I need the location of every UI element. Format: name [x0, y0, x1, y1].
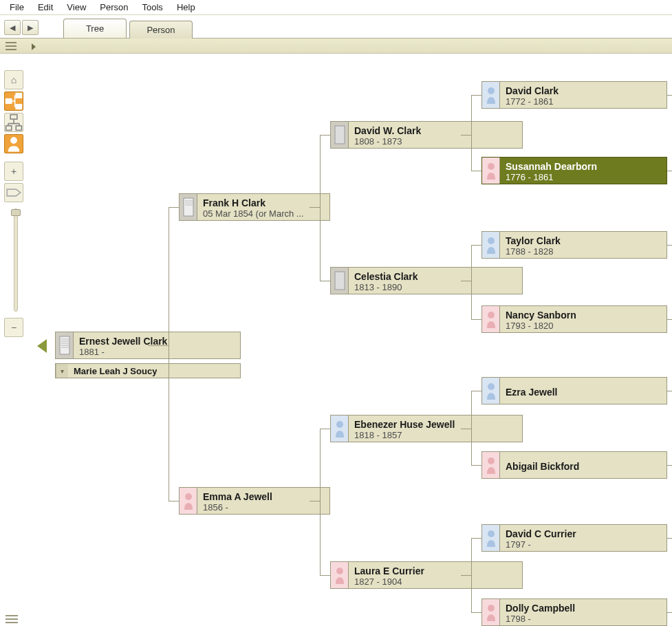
connector — [310, 501, 320, 501]
connector — [320, 575, 330, 576]
palette-pedigree-button[interactable] — [4, 91, 23, 111]
person-card-g4[interactable]: Nancy Sanborn1793 - 1820 — [481, 305, 667, 333]
palette-tag-button[interactable] — [4, 183, 23, 202]
menu-bar: File Edit View Person Tools Help — [0, 0, 672, 15]
svg-point-28 — [488, 530, 495, 537]
person-card-mother[interactable]: Emma A Jewell1856 - — [179, 487, 330, 515]
person-name: Laura E Currier — [354, 565, 424, 576]
tree-canvas[interactable]: Ernest Jewell Clark 1881 - ▾ Marie Leah … — [34, 54, 672, 626]
menu-edit[interactable]: Edit — [31, 1, 60, 14]
person-card-pgp-mother[interactable]: Celestia Clark1813 - 1890 — [330, 267, 523, 294]
palette-home-button[interactable]: ⌂ — [4, 70, 23, 89]
expand-right-icon[interactable] — [32, 43, 36, 50]
person-name: Frank H Clark — [203, 197, 304, 208]
nav-forward-button[interactable]: ▶ — [22, 20, 39, 35]
menu-help[interactable]: Help — [170, 1, 202, 14]
connector — [169, 501, 179, 501]
male-silhouette-icon — [482, 378, 500, 404]
female-silhouette-icon — [482, 158, 500, 184]
person-card-g6[interactable]: Abigail Bickford — [481, 451, 667, 479]
connector — [471, 95, 481, 96]
person-name: Emma A Jewell — [203, 491, 272, 502]
connector — [461, 429, 471, 429]
connector — [471, 391, 481, 391]
connector — [148, 345, 169, 346]
person-card-mgp-mother[interactable]: Laura E Currier1827 - 1904 — [330, 561, 523, 589]
document-thumb-icon — [331, 122, 349, 148]
connector — [471, 538, 481, 539]
person-card-g5[interactable]: Ezra Jewell — [481, 377, 667, 404]
female-silhouette-icon — [482, 306, 500, 332]
person-name: Dolly Campbell — [506, 603, 575, 614]
person-dates: 05 Mar 1854 (or March ... — [203, 208, 304, 219]
viewmode-bar — [0, 39, 672, 54]
spouse-expand-icon[interactable]: ▾ — [56, 364, 68, 378]
person-card-g1[interactable]: David Clark1772 - 1861 — [481, 81, 667, 109]
toolbar: ◀ ▶ Tree Person — [0, 15, 672, 39]
document-thumb-icon — [331, 268, 349, 294]
document-thumb-icon — [56, 332, 74, 358]
menu-view[interactable]: View — [60, 1, 93, 14]
person-card-g3[interactable]: Taylor Clark1788 - 1828 — [481, 231, 667, 259]
person-name: Celestia Clark — [354, 271, 418, 282]
person-card-g2[interactable]: Susannah Dearborn1776 - 1861 — [481, 157, 667, 184]
nav-back-button[interactable]: ◀ — [4, 20, 21, 35]
connector — [471, 465, 481, 466]
person-card-mgp-father[interactable]: Ebenezer Huse Jewell1818 - 1857 — [330, 415, 523, 442]
person-name: David C Currier — [506, 528, 576, 539]
person-name: David W. Clark — [354, 125, 421, 136]
connector — [471, 538, 472, 612]
connector — [471, 245, 481, 246]
palette-zoom-out-button[interactable]: − — [4, 318, 23, 337]
female-silhouette-icon — [331, 562, 349, 588]
person-card-father[interactable]: Frank H Clark05 Mar 1854 (or March ... — [179, 193, 330, 221]
tab-person[interactable]: Person — [129, 21, 193, 39]
grip-icon[interactable] — [6, 42, 17, 50]
svg-rect-18 — [335, 126, 345, 144]
male-silhouette-icon — [331, 415, 349, 442]
svg-point-24 — [488, 237, 495, 244]
svg-point-22 — [488, 87, 495, 94]
person-name: Taylor Clark — [506, 235, 561, 246]
connector — [320, 281, 330, 281]
person-card-spouse[interactable]: ▾ Marie Leah J Soucy — [55, 363, 241, 378]
palette-descendant-button[interactable] — [4, 113, 23, 132]
tag-icon — [5, 184, 23, 202]
person-dates: 1818 - 1857 — [354, 430, 455, 440]
person-card-g8[interactable]: Dolly Campbell1798 - — [481, 598, 667, 626]
connector — [667, 391, 672, 391]
person-name: Susannah Dearborn — [506, 161, 597, 172]
connector — [310, 207, 320, 208]
zoom-slider[interactable] — [14, 208, 18, 312]
svg-point-6 — [10, 137, 17, 144]
svg-point-20 — [336, 421, 343, 428]
connector — [320, 135, 330, 136]
svg-rect-3 — [10, 115, 17, 120]
connector — [169, 207, 169, 501]
menu-person[interactable]: Person — [93, 1, 135, 14]
zoom-slider-thumb[interactable] — [11, 209, 21, 216]
connector — [471, 171, 481, 171]
connector — [461, 575, 471, 576]
person-card-g7[interactable]: David C Currier1797 - — [481, 524, 667, 552]
connector — [471, 319, 481, 320]
connector — [320, 135, 321, 281]
connector — [667, 612, 672, 613]
descendant-icon — [5, 114, 23, 131]
bottom-grip-icon[interactable] — [6, 615, 18, 623]
person-name: Nancy Sanborn — [506, 310, 576, 321]
tab-tree[interactable]: Tree — [63, 19, 127, 38]
svg-point-21 — [336, 568, 343, 574]
female-silhouette-icon — [482, 452, 500, 478]
palette-zoom-in-button[interactable]: + — [4, 162, 23, 181]
palette-person-button[interactable] — [4, 134, 23, 153]
connector — [667, 465, 672, 466]
person-name: Ezra Jewell — [506, 387, 558, 398]
connector — [667, 171, 672, 171]
menu-file[interactable]: File — [3, 1, 31, 14]
person-card-pgp-father[interactable]: David W. Clark1808 - 1873 — [330, 121, 523, 149]
person-dates: 1788 - 1828 — [506, 246, 561, 257]
menu-tools[interactable]: Tools — [136, 1, 170, 14]
person-icon — [5, 135, 23, 153]
connector — [667, 538, 672, 539]
